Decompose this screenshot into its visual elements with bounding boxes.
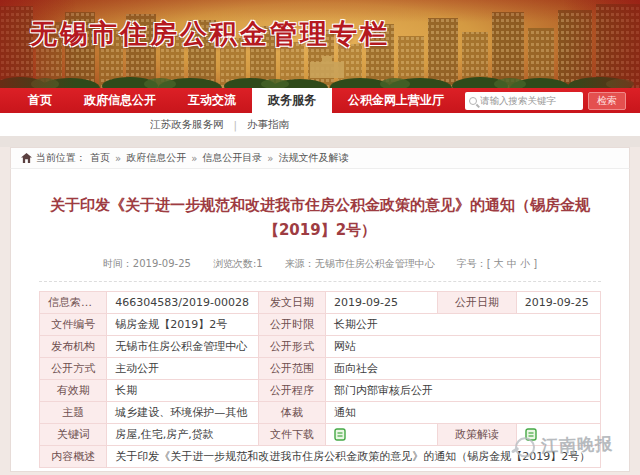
table-row: 内容概述 关于印发《关于进一步规范和改进我市住房公积金政策的意见》的通知（锡房金… [40, 445, 601, 467]
divider [39, 281, 601, 282]
table-row: 文件编号 锡房金规【2019】2号 公开时限 长期公开 [40, 313, 601, 335]
nav-item-online-hall[interactable]: 公积金网上营业厅 [332, 88, 460, 113]
label-summary: 内容概述 [40, 445, 107, 467]
value-open-method: 主动公开 [107, 357, 258, 379]
label-open-scope: 公开范围 [258, 357, 325, 379]
value-open-term: 长期公开 [326, 313, 601, 335]
nav-item-interaction[interactable]: 互动交流 [172, 88, 252, 113]
table-row: 公开方式 主动公开 公开范围 面向社会 [40, 357, 601, 379]
breadcrumb-sep: » [191, 153, 197, 164]
value-issuing-agency: 无锡市住房公积金管理中心 [107, 335, 258, 357]
value-doc-number: 锡房金规【2019】2号 [107, 313, 258, 335]
table-row: 有效期 长期 公开程序 部门内部审核后公开 [40, 379, 601, 401]
article-meta: 时间：2019-09-25 浏览次数:1 来源：无锡市住房公积金管理中心 字号：… [39, 257, 601, 271]
value-summary: 关于印发《关于进一步规范和改进我市住房公积金政策的意见》的通知（锡房金规【201… [107, 445, 601, 467]
policy-interpretation-icon[interactable] [525, 428, 537, 441]
label-doc-number: 文件编号 [40, 313, 107, 335]
value-validity: 长期 [107, 379, 258, 401]
table-row: 主题 城乡建设、环境保护—其他 体裁 通知 [40, 401, 601, 423]
article-title: 关于印发《关于进一步规范和改进我市住房公积金政策的意见》的通知（锡房金规【201… [50, 193, 590, 243]
search-button[interactable]: 检索 [588, 92, 626, 110]
subnav-link-jiangsu[interactable]: 江苏政务服务网 [150, 118, 224, 132]
label-issuing-agency: 发布机构 [40, 335, 107, 357]
label-genre: 体裁 [258, 401, 325, 423]
value-open-procedure: 部门内部审核后公开 [326, 379, 601, 401]
label-validity: 有效期 [40, 379, 107, 401]
main-nav: 首页 政府信息公开 互动交流 政务服务 公积金网上营业厅 检索 [0, 88, 640, 113]
value-publish-date: 2019-09-25 [516, 291, 600, 313]
cell-policy-interpretation [516, 423, 600, 445]
breadcrumb-prefix: 当前位置： [36, 151, 86, 165]
fontsize-options[interactable]: [ 大 中 小 ] [487, 258, 538, 269]
value-genre: 通知 [326, 401, 601, 423]
label-open-form: 公开形式 [258, 335, 325, 357]
nav-item-services-active[interactable]: 政务服务 [252, 88, 332, 113]
home-icon [21, 153, 32, 163]
value-open-scope: 面向社会 [326, 357, 601, 379]
value-issue-date: 2019-09-25 [326, 291, 438, 313]
search-box[interactable] [465, 92, 583, 110]
file-download-icon[interactable] [334, 428, 346, 441]
label-publish-date: 公开日期 [438, 291, 517, 313]
breadcrumb-sep: » [267, 153, 273, 164]
sub-nav: 江苏政务服务网 | 办事指南 [0, 113, 640, 136]
site-title: 无锡市住房公积金管理专栏 [30, 16, 390, 52]
breadcrumb-sep: » [115, 153, 121, 164]
label-policy-interpretation: 政策解读 [438, 423, 517, 445]
table-row: 信息索引号 466304583/2019-00028 发文日期 2019-09-… [40, 291, 601, 313]
label-issue-date: 发文日期 [258, 291, 325, 313]
meta-source: 来源：无锡市住房公积金管理中心 [285, 257, 435, 271]
label-file-download: 文件下载 [258, 423, 325, 445]
breadcrumb-directory[interactable]: 信息公开目录 [202, 151, 262, 165]
value-topic: 城乡建设、环境保护—其他 [107, 401, 258, 423]
label-open-method: 公开方式 [40, 357, 107, 379]
subnav-link-guide[interactable]: 办事指南 [247, 118, 289, 132]
label-keywords: 关键词 [40, 423, 107, 445]
label-open-term: 公开时限 [258, 313, 325, 335]
label-open-procedure: 公开程序 [258, 379, 325, 401]
label-topic: 主题 [40, 401, 107, 423]
meta-time: 时间：2019-09-25 [103, 257, 191, 271]
meta-fontsize: 字号：[ 大 中 小 ] [457, 257, 538, 271]
table-row: 关键词 房屋,住宅,房产,贷款 文件下载 政策解读 [40, 423, 601, 445]
search-area: 检索 [465, 88, 640, 113]
breadcrumb: 当前位置： 首页 » 政府信息公开 » 信息公开目录 » 法规文件及解读 [10, 147, 630, 169]
cell-file-download [326, 423, 438, 445]
info-table: 信息索引号 466304583/2019-00028 发文日期 2019-09-… [39, 291, 601, 468]
value-open-form: 网站 [326, 335, 601, 357]
search-input[interactable] [480, 95, 579, 106]
article-panel: 关于印发《关于进一步规范和改进我市住房公积金政策的意见》的通知（锡房金规【201… [10, 169, 630, 472]
subnav-separator: | [234, 119, 238, 131]
fontsize-label: 字号： [457, 258, 487, 269]
nav-item-gov-info[interactable]: 政府信息公开 [68, 88, 172, 113]
value-index-no: 466304583/2019-00028 [107, 291, 258, 313]
search-icon [469, 97, 477, 105]
header-banner: 无锡市住房公积金管理专栏 [0, 0, 640, 88]
table-row: 发布机构 无锡市住房公积金管理中心 公开形式 网站 [40, 335, 601, 357]
value-keywords: 房屋,住宅,房产,贷款 [107, 423, 258, 445]
breadcrumb-gov-info[interactable]: 政府信息公开 [126, 151, 186, 165]
spacer-strip [0, 136, 640, 147]
label-index-no: 信息索引号 [40, 291, 107, 313]
breadcrumb-home[interactable]: 首页 [90, 151, 110, 165]
nav-item-home[interactable]: 首页 [12, 88, 68, 113]
breadcrumb-current[interactable]: 法规文件及解读 [278, 151, 348, 165]
meta-views: 浏览次数:1 [213, 257, 263, 271]
